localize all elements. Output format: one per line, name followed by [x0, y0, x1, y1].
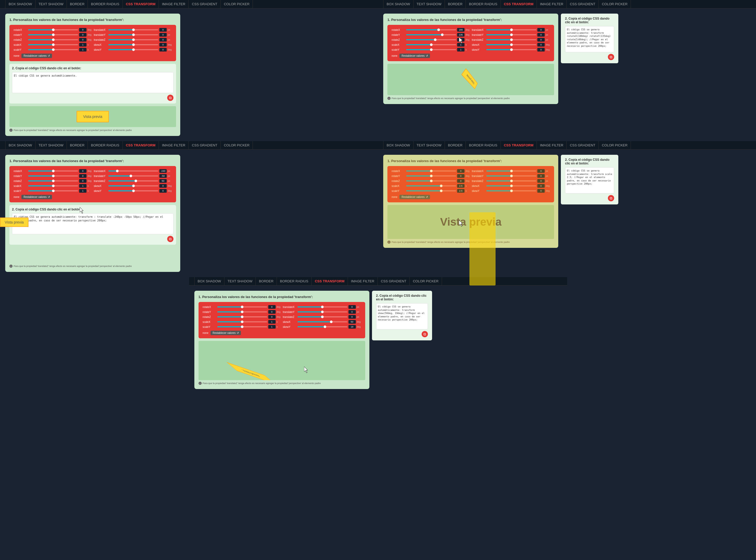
reset-btn-5[interactable]: Restablecer valores ↺ [211, 331, 241, 335]
nav-box-shadow-4[interactable]: BOX SHADOW [383, 141, 414, 149]
nav-text-shadow-3[interactable]: TEXT SHADOW [36, 141, 67, 149]
slider-skewY-3[interactable] [108, 190, 158, 192]
reset-btn-2[interactable]: Restablecer valores ↺ [399, 54, 430, 58]
slider-scaleY-2[interactable] [406, 49, 456, 50]
nav-box-shadow-3[interactable]: BOX SHADOW [5, 141, 36, 149]
nav-css-gradient-3[interactable]: CSS GRADIENT [189, 141, 221, 149]
slider-rotateX-3[interactable] [28, 171, 78, 172]
slider-rotateY-3[interactable] [28, 176, 78, 177]
nav-image-filter-2[interactable]: IMAGE FILTER [537, 0, 567, 8]
slider-scaleY-1[interactable] [28, 49, 78, 50]
slider-skewY-5[interactable] [297, 326, 348, 327]
slider-translateX-2[interactable] [486, 29, 536, 30]
nav-image-filter-4[interactable]: IMAGE FILTER [537, 141, 567, 149]
slider-scaleY-4[interactable] [406, 190, 456, 192]
nav-text-shadow-1[interactable]: TEXT SHADOW [36, 0, 67, 8]
slider-rotateX-2[interactable] [406, 29, 456, 30]
nav-border-radius-2[interactable]: BORDER RADIUS [466, 0, 501, 8]
nav-border-radius-5[interactable]: BORDER RADIUS [277, 277, 312, 285]
nav-border-4[interactable]: BORDER [445, 141, 466, 149]
slider-rotateZ-4[interactable] [406, 180, 456, 181]
reset-btn-3[interactable]: Restablecer valores ↺ [21, 195, 52, 199]
slider-rotateY-4[interactable] [406, 176, 456, 177]
slider-translateX-1[interactable] [108, 29, 158, 30]
nav-text-shadow-4[interactable]: TEXT SHADOW [414, 141, 445, 149]
nav-css-gradient-4[interactable]: CSS GRADIENT [567, 141, 599, 149]
nav-image-filter-5[interactable]: IMAGE FILTER [348, 277, 378, 285]
slider-rotateZ-2[interactable] [406, 39, 456, 40]
slider-translateZ-5[interactable] [297, 316, 348, 317]
slider-translateZ-3[interactable] [108, 180, 158, 181]
slider-scaleY-5[interactable] [217, 326, 267, 327]
nav-color-picker-3[interactable]: COLOR PICKER [221, 141, 253, 149]
reset-btn-1[interactable]: Restablecer valores ↺ [21, 54, 52, 58]
slider-skewX-3[interactable] [108, 185, 158, 186]
slider-translateX-3[interactable] [108, 171, 158, 172]
copy-btn-3[interactable]: ⧉ [167, 236, 173, 242]
nav-css-transform-1[interactable]: CSS TRANSFORM [123, 0, 159, 8]
slider-rotateY-2[interactable] [406, 34, 456, 35]
nav-border-1[interactable]: BORDER [67, 0, 88, 8]
slider-translateZ-4[interactable] [486, 180, 536, 181]
nav-text-shadow-2[interactable]: TEXT SHADOW [414, 0, 445, 8]
slider-translateZ-1[interactable] [108, 39, 158, 40]
slider-scaleX-4[interactable] [406, 185, 456, 186]
slider-translateX-4[interactable] [486, 171, 536, 172]
slider-rotateX-5[interactable] [217, 306, 267, 307]
nav-css-transform-2[interactable]: CSS TRANSFORM [501, 0, 537, 8]
nav-css-gradient-5[interactable]: CSS GRADIENT [378, 277, 410, 285]
slider-rotateY-5[interactable] [217, 312, 267, 313]
slider-translateZ-2[interactable] [486, 39, 536, 40]
nav-box-shadow-5[interactable]: BOX SHADOW [194, 277, 225, 285]
slider-translateY-2[interactable] [486, 34, 536, 35]
nav-css-gradient-1[interactable]: CSS GRADIENT [189, 0, 221, 8]
slider-translateX-5[interactable] [297, 306, 348, 307]
slider-rotateY-1[interactable] [28, 34, 78, 35]
nav-image-filter-1[interactable]: IMAGE FILTER [159, 0, 189, 8]
slider-rotateZ-1[interactable] [28, 39, 78, 40]
slider-scaleX-2[interactable] [406, 44, 456, 45]
nav-color-picker-4[interactable]: COLOR PICKER [599, 141, 631, 149]
nav-border-radius-4[interactable]: BORDER RADIUS [466, 141, 501, 149]
nav-box-shadow-2[interactable]: BOX SHADOW [383, 0, 414, 8]
code-area-4[interactable]: El código CSS se genera automáticamente:… [565, 167, 614, 194]
code-area-1[interactable]: El código CSS se genera automáticamente. [12, 72, 173, 93]
slider-skewX-4[interactable] [486, 185, 536, 186]
nav-border-5[interactable]: BORDER [256, 277, 277, 285]
slider-translateY-3[interactable] [108, 176, 158, 177]
slider-translateY-5[interactable] [297, 312, 348, 313]
slider-translateY-4[interactable] [486, 176, 536, 177]
slider-rotateX-4[interactable] [406, 171, 456, 172]
slider-scaleY-3[interactable] [28, 190, 78, 192]
nav-color-picker-1[interactable]: COLOR PICKER [221, 0, 253, 8]
nav-color-picker-2[interactable]: COLOR PICKER [599, 0, 631, 8]
slider-rotateZ-3[interactable] [28, 180, 78, 181]
nav-border-2[interactable]: BORDER [445, 0, 466, 8]
slider-skewY-2[interactable] [486, 49, 536, 50]
slider-scaleX-3[interactable] [28, 185, 78, 186]
copy-btn-2[interactable]: ⧉ [608, 54, 614, 60]
copy-btn-1[interactable]: ⧉ [167, 95, 173, 101]
nav-border-radius-3[interactable]: BORDER RADIUS [88, 141, 123, 149]
code-area-3[interactable]: El código CSS se genera automáticamente:… [12, 213, 173, 234]
nav-border-3[interactable]: BORDER [67, 141, 88, 149]
nav-css-transform-4[interactable]: CSS TRANSFORM [501, 141, 537, 149]
copy-btn-4[interactable]: ⧉ [608, 195, 614, 201]
nav-css-transform-5[interactable]: CSS TRANSFORM [312, 277, 348, 285]
slider-skewX-2[interactable] [486, 44, 536, 45]
nav-color-picker-5[interactable]: COLOR PICKER [410, 277, 442, 285]
nav-text-shadow-5[interactable]: TEXT SHADOW [225, 277, 256, 285]
reset-btn-4[interactable]: Restablecer valores ↺ [399, 195, 430, 199]
nav-css-transform-3[interactable]: CSS TRANSFORM [123, 141, 159, 149]
slider-rotateX-1[interactable] [28, 29, 78, 30]
slider-skewY-4[interactable] [486, 190, 536, 192]
nav-image-filter-3[interactable]: IMAGE FILTER [159, 141, 189, 149]
slider-skewX-5[interactable] [297, 321, 348, 322]
nav-border-radius-1[interactable]: BORDER RADIUS [88, 0, 123, 8]
slider-scaleX-1[interactable] [28, 44, 78, 45]
slider-translateY-1[interactable] [108, 34, 158, 35]
slider-rotateZ-5[interactable] [217, 316, 267, 317]
slider-skewY-1[interactable] [108, 49, 158, 50]
nav-css-gradient-2[interactable]: CSS GRADIENT [567, 0, 599, 8]
slider-scaleX-5[interactable] [217, 321, 267, 322]
